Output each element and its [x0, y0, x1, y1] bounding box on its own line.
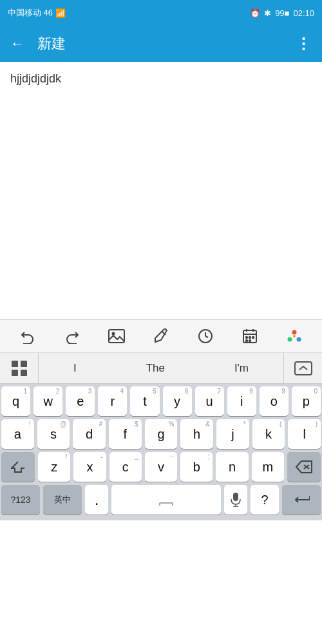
svg-point-14: [249, 340, 251, 341]
suggestion-bar: I The I'm: [0, 353, 322, 384]
page-title: 新建: [37, 34, 296, 53]
status-left: 中国移动 46 📶: [8, 7, 66, 19]
time-text: 02:10: [293, 8, 314, 18]
redo-button[interactable]: [59, 323, 85, 349]
keyboard-row-2: !a @s #d $f %g &h *j (k )l: [1, 419, 321, 449]
key-i[interactable]: 8i: [227, 386, 256, 416]
key-o[interactable]: 9o: [260, 386, 289, 416]
svg-point-16: [288, 337, 292, 342]
key-f[interactable]: $f: [109, 419, 142, 449]
image-button[interactable]: [104, 323, 129, 349]
keyboard-row-4: ?123 英中 . ?: [1, 485, 321, 515]
battery-text: 99■: [275, 8, 289, 18]
note-text: hjjdjdjdjdk: [10, 72, 61, 85]
svg-rect-23: [295, 362, 312, 375]
num-key[interactable]: ?123: [1, 485, 40, 515]
calendar-button[interactable]: [237, 323, 263, 349]
clock-button[interactable]: [193, 323, 218, 349]
svg-rect-22: [21, 370, 27, 376]
svg-point-10: [246, 337, 247, 338]
carrier-text: 中国移动 46: [8, 7, 53, 19]
key-e[interactable]: 3e: [66, 386, 95, 416]
back-button[interactable]: ←: [10, 35, 24, 52]
more-options-button[interactable]: ⋮: [296, 35, 312, 53]
signal-icon: 📶: [55, 8, 66, 18]
key-s[interactable]: @s: [37, 419, 70, 449]
key-h[interactable]: &h: [180, 419, 213, 449]
keyboard-row-3: /z -x _c —v ;b n m: [1, 452, 321, 482]
alarm-icon: ⏰: [250, 8, 260, 18]
keyboard-grid-button[interactable]: [0, 353, 39, 384]
key-z[interactable]: /z: [38, 452, 70, 482]
key-c[interactable]: _c: [109, 452, 142, 482]
key-t[interactable]: 5t: [130, 386, 159, 416]
key-b[interactable]: ;b: [180, 452, 213, 482]
key-n[interactable]: n: [216, 452, 248, 482]
svg-rect-29: [233, 493, 238, 501]
key-m[interactable]: m: [252, 452, 284, 482]
suggestion-I[interactable]: I: [66, 359, 84, 377]
status-bar: 中国移动 46 📶 ⏰ ✱ 99■ 02:10: [0, 0, 322, 26]
key-a[interactable]: !a: [1, 419, 34, 449]
undo-button[interactable]: [15, 323, 41, 349]
key-r[interactable]: 4r: [98, 386, 127, 416]
key-j[interactable]: *j: [216, 419, 249, 449]
keyboard-hide-button[interactable]: [283, 353, 322, 384]
svg-point-15: [292, 330, 297, 335]
svg-rect-21: [12, 370, 18, 376]
key-w[interactable]: 2w: [33, 386, 62, 416]
key-u[interactable]: 7u: [195, 386, 224, 416]
keyboard-row-1: 1q 2w 3e 4r 5t 6y 7u 8i 9o 0p: [1, 386, 321, 416]
key-q[interactable]: 1q: [1, 386, 30, 416]
svg-rect-19: [12, 361, 18, 367]
status-right: ⏰ ✱ 99■ 02:10: [250, 8, 314, 18]
shift-key[interactable]: [1, 452, 35, 482]
edit-tool-button[interactable]: [148, 323, 174, 349]
svg-point-18: [293, 335, 296, 337]
svg-rect-0: [109, 330, 124, 343]
color-dots-button[interactable]: [281, 323, 307, 349]
svg-rect-20: [21, 361, 27, 367]
lang-key[interactable]: 英中: [43, 485, 82, 515]
bluetooth-icon: ✱: [264, 8, 271, 18]
question-key[interactable]: ?: [251, 485, 279, 515]
key-p[interactable]: 0p: [292, 386, 321, 416]
key-g[interactable]: %g: [145, 419, 178, 449]
keyboard-toolbar: [0, 319, 322, 353]
app-bar: ← 新建 ⋮: [0, 26, 322, 62]
key-v[interactable]: —v: [145, 452, 177, 482]
enter-key[interactable]: [282, 485, 321, 515]
suggestion-The[interactable]: The: [138, 359, 173, 377]
svg-point-12: [252, 337, 254, 338]
key-y[interactable]: 6y: [163, 386, 192, 416]
key-k[interactable]: (k: [252, 419, 285, 449]
svg-point-11: [249, 337, 251, 338]
keyboard: 1q 2w 3e 4r 5t 6y 7u 8i 9o 0p !a @s #d $…: [0, 384, 322, 520]
suggestions-list: I The I'm: [39, 359, 283, 377]
backspace-key[interactable]: [287, 452, 321, 482]
key-l[interactable]: )l: [288, 419, 321, 449]
space-key[interactable]: [111, 485, 221, 515]
note-content-area[interactable]: hjjdjdjdjdk: [0, 62, 322, 319]
suggestion-Im[interactable]: I'm: [227, 359, 256, 377]
svg-point-17: [297, 337, 301, 342]
key-d[interactable]: #d: [73, 419, 106, 449]
svg-point-13: [246, 340, 247, 341]
mic-key[interactable]: [224, 485, 247, 515]
svg-line-5: [205, 336, 208, 337]
period-key[interactable]: .: [85, 485, 108, 515]
key-x[interactable]: -x: [73, 452, 106, 482]
